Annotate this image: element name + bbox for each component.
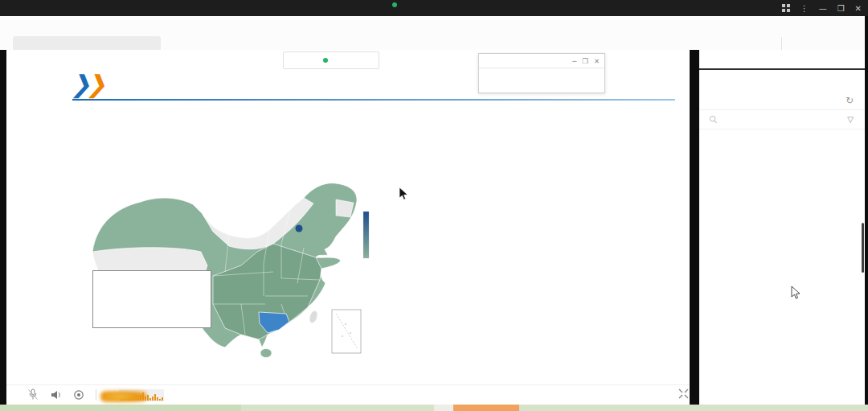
class-timer-pill[interactable]: [283, 51, 379, 69]
right-sidebar: ↻ ▽: [699, 50, 865, 405]
title-chevrons-icon: ❯❯: [71, 72, 101, 97]
slide-body-text: [21, 125, 675, 141]
member-search-row: ▽: [699, 109, 865, 129]
map-legend-bar: [363, 212, 369, 258]
trend-chart-box: [92, 270, 211, 328]
sidebar-scrollbar[interactable]: [862, 223, 864, 273]
main-toolbar: [0, 16, 868, 51]
watermark-logo: [100, 391, 147, 402]
refresh-icon[interactable]: ↻: [845, 95, 854, 106]
sidebar-tabs: [699, 70, 865, 92]
map-region-beijing: [296, 225, 303, 232]
title-bar: ⋮ — ❐ ✕: [0, 0, 868, 16]
live-dot-icon: [323, 58, 328, 63]
layout-grid-icon[interactable]: [782, 4, 790, 12]
map-taiwan-island: [308, 310, 319, 324]
close-icon[interactable]: ✕: [855, 4, 862, 13]
live-intro-button[interactable]: [699, 50, 865, 70]
camera-icon[interactable]: [73, 389, 84, 401]
bottom-divider: [96, 389, 96, 401]
taskbar-segment-green: [0, 405, 241, 411]
fit-screen-icon[interactable]: [678, 388, 689, 399]
right-border: [865, 16, 868, 405]
member-list: [699, 134, 865, 385]
more-menu-icon[interactable]: ⋮: [800, 4, 809, 13]
nanhai-inset: [332, 310, 361, 353]
refresh-members-row[interactable]: ↻: [699, 92, 865, 110]
taskbar-segment-light: [434, 405, 453, 411]
live-dot-icon: [392, 2, 397, 7]
app-window: ⋮ — ❐ ✕ ─ ❐: [0, 0, 868, 411]
tab-members[interactable]: [782, 70, 865, 92]
next-page-button[interactable]: [699, 388, 865, 405]
search-input[interactable]: [722, 113, 847, 125]
pie-chart: [458, 143, 691, 328]
search-icon: [709, 115, 718, 124]
left-border: [0, 50, 6, 405]
panel-maximize-icon[interactable]: ❐: [582, 57, 588, 65]
map-hainan-island: [260, 349, 272, 358]
board-tools-panel: ─ ❐ ✕: [478, 53, 605, 93]
microphone-muted-icon[interactable]: [27, 388, 39, 401]
restore-icon[interactable]: ❐: [837, 4, 845, 13]
slide-canvas: ─ ❐ ✕ ❯❯: [6, 50, 690, 384]
class-status: [392, 2, 405, 7]
panel-close-icon[interactable]: ✕: [594, 57, 600, 65]
map-region-jilin: [336, 199, 354, 217]
filter-icon[interactable]: ▽: [847, 115, 854, 124]
speaker-icon[interactable]: [50, 389, 62, 401]
minimize-icon[interactable]: —: [819, 4, 827, 13]
panel-minimize-icon[interactable]: ─: [572, 57, 576, 65]
tab-discussion[interactable]: [699, 70, 782, 92]
title-underline: [72, 99, 675, 101]
taskbar-segment-orange: [453, 405, 519, 411]
